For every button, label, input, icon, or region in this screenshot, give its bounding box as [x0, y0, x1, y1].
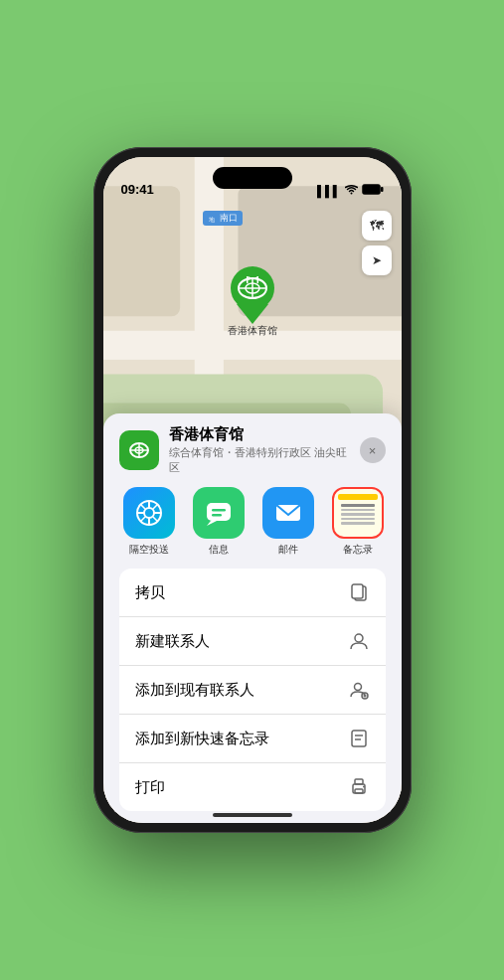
status-icons: ▌▌▌	[317, 184, 383, 197]
copy-label: 拷贝	[135, 583, 165, 602]
venue-info: 香港体育馆 综合体育馆・香港特别行政区 油尖旺区	[169, 425, 350, 475]
svg-rect-1	[381, 187, 384, 192]
venue-icon	[119, 430, 159, 470]
map-controls[interactable]: 🗺 ➤	[362, 211, 392, 279]
close-button[interactable]: ×	[360, 437, 386, 463]
notes-line-3	[341, 513, 375, 516]
share-item-messages[interactable]: 信息	[189, 487, 249, 557]
pin-label: 香港体育馆	[228, 324, 277, 338]
svg-rect-55	[352, 584, 363, 598]
notes-icon	[332, 487, 384, 539]
svg-rect-31	[247, 276, 249, 283]
notes-line-5	[341, 522, 375, 525]
action-new-contact[interactable]: 新建联系人	[119, 617, 386, 666]
print-icon	[348, 776, 370, 798]
svg-point-57	[354, 684, 361, 691]
map-label-text: 地 南口	[208, 213, 239, 223]
share-row: 隔空投送 信息	[119, 487, 386, 557]
sheet-header: 香港体育馆 综合体育馆・香港特别行政区 油尖旺区 ×	[119, 425, 386, 475]
action-print[interactable]: 打印	[119, 763, 386, 811]
notes-line-4	[341, 518, 375, 521]
quick-note-icon	[348, 728, 370, 749]
mail-label: 邮件	[278, 543, 298, 557]
venue-name: 香港体育馆	[169, 425, 350, 444]
svg-rect-0	[362, 185, 380, 195]
airdrop-label: 隔空投送	[129, 543, 169, 557]
svg-line-46	[153, 517, 158, 522]
svg-rect-49	[207, 503, 231, 521]
notes-line-1	[341, 504, 375, 507]
notes-top-bar	[338, 494, 378, 500]
messages-label: 信息	[209, 543, 229, 557]
phone-screen: 09:41 ▌▌▌	[103, 157, 402, 823]
action-add-existing-contact[interactable]: 添加到现有联系人	[119, 666, 386, 715]
svg-rect-65	[355, 779, 363, 784]
svg-point-40	[144, 508, 154, 518]
svg-rect-61	[352, 731, 366, 746]
share-item-mail[interactable]: 邮件	[258, 487, 318, 557]
svg-line-45	[140, 505, 145, 510]
svg-rect-10	[103, 186, 180, 316]
signal-icon: ▌▌▌	[317, 185, 340, 197]
svg-point-67	[363, 786, 365, 788]
dynamic-island	[213, 167, 292, 189]
phone-frame: 09:41 ▌▌▌	[93, 147, 412, 833]
add-existing-icon	[348, 679, 370, 701]
battery-icon	[362, 184, 384, 197]
svg-line-47	[153, 505, 158, 510]
stadium-pin[interactable]: 香港体育馆	[227, 266, 278, 338]
map-label: 地 南口	[203, 211, 244, 226]
svg-line-48	[140, 517, 145, 522]
svg-point-56	[355, 634, 363, 642]
action-copy[interactable]: 拷贝	[119, 569, 386, 617]
mail-icon	[262, 487, 314, 539]
notes-line-2	[341, 509, 375, 512]
svg-rect-51	[212, 509, 226, 512]
home-indicator	[213, 813, 292, 817]
airdrop-icon	[123, 487, 175, 539]
notes-label: 备忘录	[343, 543, 373, 557]
venue-desc: 综合体育馆・香港特别行政区 油尖旺区	[169, 445, 350, 475]
action-quick-note[interactable]: 添加到新快速备忘录	[119, 715, 386, 763]
svg-marker-50	[207, 521, 217, 526]
new-contact-label: 新建联系人	[135, 632, 210, 651]
svg-rect-66	[355, 789, 363, 793]
action-list: 拷贝 新建联系人	[119, 569, 386, 811]
svg-marker-26	[237, 304, 268, 324]
share-item-airdrop[interactable]: 隔空投送	[119, 487, 179, 557]
messages-icon	[193, 487, 245, 539]
bottom-sheet: 香港体育馆 综合体育馆・香港特别行政区 油尖旺区 ×	[103, 413, 402, 823]
status-time: 09:41	[121, 182, 154, 197]
share-item-notes[interactable]: 备忘录	[328, 487, 386, 557]
new-contact-icon	[348, 630, 370, 652]
svg-rect-52	[212, 514, 222, 517]
svg-text:地: 地	[208, 217, 215, 223]
location-button[interactable]: ➤	[362, 245, 392, 275]
wifi-icon	[345, 185, 358, 197]
print-label: 打印	[135, 778, 165, 797]
add-existing-label: 添加到现有联系人	[135, 681, 254, 700]
copy-icon	[348, 581, 370, 603]
map-view-toggle[interactable]: 🗺	[362, 211, 392, 241]
quick-note-label: 添加到新快速备忘录	[135, 730, 269, 748]
